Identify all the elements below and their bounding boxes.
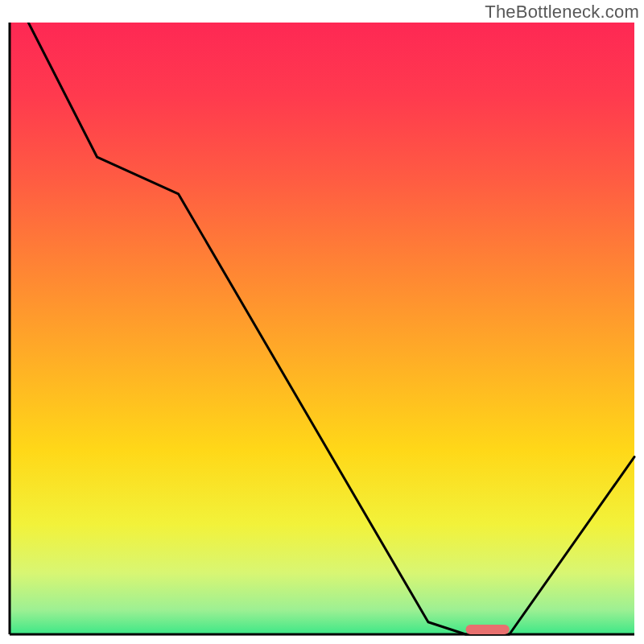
optimal-marker	[465, 625, 509, 634]
chart-svg	[8, 23, 636, 636]
plot-area	[8, 23, 636, 636]
gradient-background	[10, 23, 634, 634]
watermark-text: TheBottleneck.com	[485, 2, 639, 23]
chart-frame: TheBottleneck.com	[0, 0, 644, 644]
